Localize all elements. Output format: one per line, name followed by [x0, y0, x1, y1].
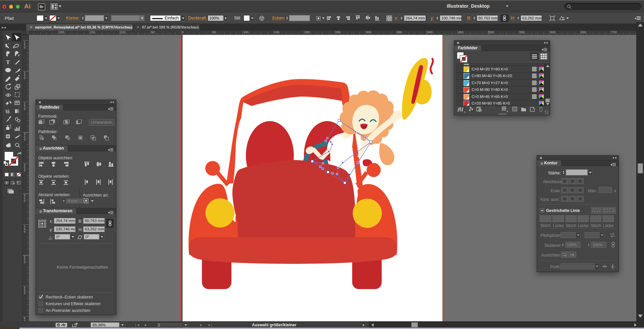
svg-text:T: T [6, 59, 10, 65]
